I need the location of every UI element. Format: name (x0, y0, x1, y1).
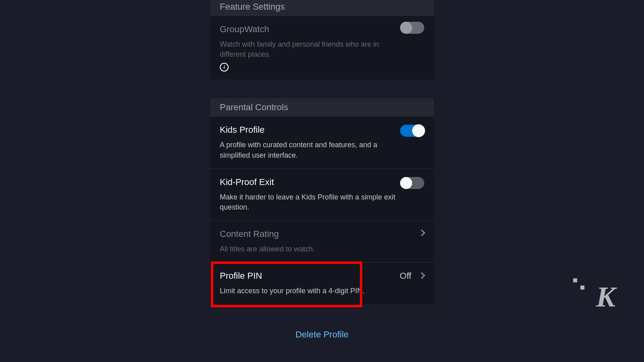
parental-controls-header: Parental Controls (210, 98, 434, 117)
kids-profile-toggle[interactable] (400, 125, 424, 137)
groupwatch-title: GroupWatch (220, 24, 424, 35)
kids-profile-description: A profile with curated content and featu… (220, 140, 424, 160)
feature-settings-header: Feature Settings (210, 0, 434, 16)
profile-pin-value: Off (400, 271, 411, 281)
watermark-logo: K (596, 280, 614, 314)
profile-pin-description: Limit access to your profile with a 4-di… (220, 286, 424, 296)
groupwatch-toggle[interactable] (400, 22, 424, 34)
profile-pin-row[interactable]: Profile PIN Limit access to your profile… (210, 263, 434, 304)
kid-proof-exit-toggle[interactable] (400, 177, 424, 189)
groupwatch-description: Watch with family and personal friends w… (220, 39, 424, 60)
kid-proof-exit-title: Kid-Proof Exit (220, 177, 424, 187)
content-rating-row[interactable]: Content Rating All titles are allowed to… (210, 221, 434, 263)
kids-profile-title: Kids Profile (220, 125, 424, 135)
groupwatch-row: GroupWatch Watch with family and persona… (210, 16, 434, 80)
delete-profile-link[interactable]: Delete Profile (210, 329, 434, 340)
content-rating-description: All titles are allowed to watch. (220, 244, 424, 254)
kid-proof-exit-row: Kid-Proof Exit Make it harder to leave a… (210, 169, 434, 221)
profile-pin-title: Profile PIN (220, 271, 424, 281)
info-icon[interactable]: i (220, 63, 229, 72)
parental-controls-section: Parental Controls Kids Profile A profile… (210, 98, 434, 304)
feature-settings-section: Feature Settings GroupWatch Watch with f… (210, 0, 434, 80)
watermark-dots (573, 278, 584, 290)
kids-profile-row: Kids Profile A profile with curated cont… (210, 117, 434, 169)
content-rating-title: Content Rating (220, 229, 424, 239)
kid-proof-exit-description: Make it harder to leave a Kids Profile w… (220, 192, 424, 212)
